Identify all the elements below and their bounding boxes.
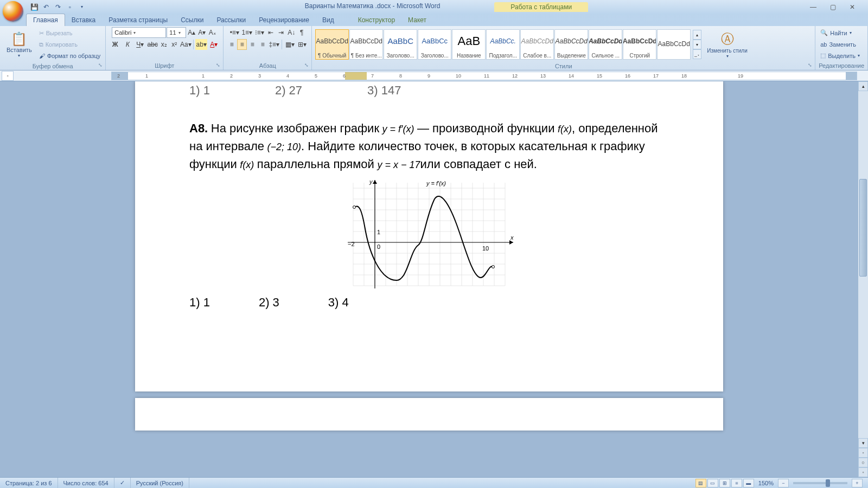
tab-design[interactable]: Конструктор	[352, 14, 401, 26]
style-tile-2[interactable]: AaBbCЗаголово...	[384, 29, 417, 60]
show-marks-button[interactable]: ¶	[297, 27, 307, 38]
superscript-button[interactable]: x²	[169, 39, 179, 50]
paste-button[interactable]: 📋 Вставить ▾	[3, 27, 35, 62]
next-page-button[interactable]: ◦	[858, 467, 868, 477]
numbering-button[interactable]: 1≡▾	[241, 27, 253, 38]
align-right-button[interactable]: ≡	[247, 39, 257, 50]
zoom-out-button[interactable]: −	[778, 479, 789, 487]
paragraph-launcher[interactable]: ⤡	[303, 61, 310, 69]
status-language[interactable]: Русский (Россия)	[131, 478, 189, 488]
view-outline[interactable]: ≡	[731, 479, 742, 487]
maximize-button[interactable]: ▢	[825, 2, 840, 12]
group-label-styles: Стили	[315, 62, 812, 70]
style-tile-7[interactable]: AaBbCcDdВыделение	[554, 29, 588, 60]
tab-layout[interactable]: Макет	[401, 14, 433, 26]
view-draft[interactable]: ▬	[743, 479, 754, 487]
style-tile-4[interactable]: AaBНазвание	[452, 29, 486, 60]
grow-font-icon[interactable]: A▴	[187, 27, 196, 38]
shading-button[interactable]: ▦▾	[284, 39, 296, 50]
style-tile-9[interactable]: AaBbCcDdСтрогий	[623, 29, 656, 60]
view-full-read[interactable]: ▭	[707, 479, 718, 487]
select-button[interactable]: ⬚Выделить▾	[819, 50, 861, 61]
tab-home[interactable]: Главная	[26, 14, 65, 26]
replace-button[interactable]: abЗаменить	[819, 39, 861, 50]
font-color-button[interactable]: A▾	[208, 39, 220, 50]
browse-object-button[interactable]: ○	[858, 458, 868, 467]
align-left-button[interactable]: ≡	[227, 39, 237, 50]
tab-mailings[interactable]: Рассылки	[210, 14, 252, 26]
underline-button[interactable]: Ч▾	[134, 39, 146, 50]
tab-insert[interactable]: Вставка	[65, 14, 103, 26]
style-tile-8[interactable]: AaBbCcDdСильное ...	[589, 29, 622, 60]
scroll-up-button[interactable]: ▴	[858, 81, 868, 91]
indent-inc-button[interactable]: ⇥	[276, 27, 286, 38]
scroll-thumb[interactable]	[859, 179, 867, 277]
zoom-slider[interactable]	[793, 482, 847, 484]
tab-review[interactable]: Рецензирование	[252, 14, 316, 26]
undo-icon[interactable]: ↶	[41, 2, 52, 12]
view-print-layout[interactable]: ▤	[695, 479, 706, 487]
style-tile-3[interactable]: AaBbCcЗаголово...	[418, 29, 451, 60]
zoom-level[interactable]: 150%	[758, 480, 774, 486]
strike-button[interactable]: abc	[146, 39, 158, 50]
clipboard-launcher[interactable]: ⤡	[97, 61, 104, 69]
format-painter-button[interactable]: 🖌Формат по образцу	[37, 50, 103, 61]
style-tile-0[interactable]: AaBbCcDd¶ Обычный	[315, 29, 349, 60]
copy-button[interactable]: ⧉Копировать	[37, 39, 103, 50]
zoom-in-button[interactable]: +	[852, 479, 863, 487]
horizontal-ruler[interactable]: 2112345678910111213141516171819	[111, 72, 857, 80]
justify-button[interactable]: ≡	[258, 39, 267, 50]
font-name-combo[interactable]: Calibri▾	[112, 27, 166, 38]
prev-page-button[interactable]: ◦	[858, 448, 868, 458]
minimize-button[interactable]: —	[806, 2, 821, 12]
styles-gallery: AaBbCcDd¶ ОбычныйAaBbCcDd¶ Без инте...Aa…	[315, 29, 691, 60]
style-tile-5[interactable]: AaBbCc.Подзагол...	[486, 29, 520, 60]
paste-label: Вставить	[7, 47, 32, 53]
style-tile-6[interactable]: AaBbCcDdСлабое в...	[520, 29, 554, 60]
save-icon[interactable]: 💾	[29, 2, 40, 12]
styles-down-button[interactable]: ▾	[693, 40, 701, 49]
status-words[interactable]: Число слов: 654	[58, 478, 114, 488]
view-web[interactable]: ⊞	[719, 479, 730, 487]
italic-button[interactable]: К	[122, 39, 133, 50]
styles-more-button[interactable]: ⎯▾	[693, 49, 701, 59]
replace-icon: ab	[820, 41, 827, 48]
font-size-combo[interactable]: 11▾	[167, 27, 186, 38]
font-launcher[interactable]: ⤡	[214, 61, 222, 69]
style-tile-1[interactable]: AaBbCcDd¶ Без инте...	[349, 29, 383, 60]
group-label-paragraph: Абзац	[227, 61, 308, 70]
pages-viewport[interactable]: 1) 1 2) 27 3) 147 A8. На рисунке изображ…	[0, 81, 858, 477]
find-button[interactable]: 🔍Найти▾	[819, 28, 861, 38]
office-button[interactable]	[3, 1, 23, 22]
tab-page-layout[interactable]: Разметка страницы	[102, 14, 174, 26]
redo-icon[interactable]: ↷	[53, 2, 63, 12]
qat-extra-icon[interactable]: ▫	[65, 2, 75, 12]
highlight-button[interactable]: ab▾	[195, 39, 207, 50]
status-proofing[interactable]: ✓	[114, 478, 131, 488]
indent-dec-button[interactable]: ⇤	[266, 27, 276, 38]
change-styles-button[interactable]: Ⓐ Изменить стили ▾	[704, 27, 750, 62]
sort-button[interactable]: A↓	[286, 27, 296, 38]
align-center-button[interactable]: ≡	[237, 39, 247, 50]
bullets-button[interactable]: •≡▾	[228, 27, 240, 38]
vertical-scrollbar[interactable]: ▴ ▾ ◦ ○ ◦	[858, 81, 868, 477]
shrink-font-icon[interactable]: A▾	[197, 27, 207, 38]
qat-customize-icon[interactable]: ▾	[76, 2, 87, 12]
ruler-toggle[interactable]: ▫	[2, 71, 14, 81]
borders-button[interactable]: ⊞▾	[296, 39, 308, 50]
change-case-button[interactable]: Aa▾	[180, 39, 192, 50]
styles-up-button[interactable]: ▴	[693, 30, 701, 40]
close-button[interactable]: ✕	[845, 2, 860, 12]
subscript-button[interactable]: x₂	[159, 39, 169, 50]
tab-references[interactable]: Ссылки	[174, 14, 210, 26]
tab-view[interactable]: Вид	[316, 14, 341, 26]
status-page[interactable]: Страница: 2 из 6	[0, 478, 58, 488]
bold-button[interactable]: Ж	[109, 39, 121, 50]
line-spacing-button[interactable]: ‡≡▾	[268, 39, 280, 50]
scroll-down-button[interactable]: ▾	[858, 438, 868, 448]
cut-button[interactable]: ✂Вырезать	[37, 28, 103, 38]
style-tile-10[interactable]: AaBbCcDd	[657, 29, 691, 60]
multilevel-button[interactable]: ⁝≡▾	[253, 27, 265, 38]
styles-launcher[interactable]: ⤡	[806, 61, 814, 69]
clear-format-icon[interactable]: Aₓ	[207, 27, 217, 38]
